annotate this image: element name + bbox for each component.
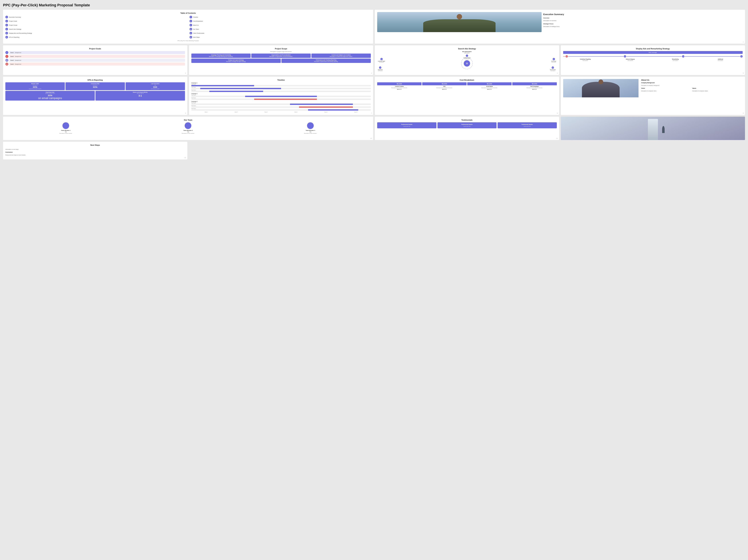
about-vision: Vision Description of company's vision. xyxy=(641,88,692,92)
goal-item-1: 1 Goal 1 Sample text xyxy=(5,51,185,54)
toc-item-10: 10 Our Team xyxy=(189,27,371,31)
diagram-center: ⚙ xyxy=(464,60,470,67)
team-role-2: Title xyxy=(127,131,249,132)
testimonials-grid: Testimonial Header Testimonial Text Test… xyxy=(377,122,557,128)
testimonials-title: Testimonials xyxy=(377,119,557,121)
toc-item-12: 12 Next Steps xyxy=(189,35,371,39)
goal-badge-2: 2 xyxy=(5,55,8,58)
diagram-text-ad: 4KeywordsDescription xyxy=(378,67,383,71)
gear-icon: ⚙ xyxy=(466,62,468,65)
toc-item-7: 7 Timeline xyxy=(189,16,371,19)
goal-bar-4: Goal 4 Sample text xyxy=(9,63,185,66)
slide-our-team: Our Team Team Member 1 Title Description… xyxy=(3,117,373,140)
conclusion-text: Recap and next steps to move forward. xyxy=(5,154,26,155)
bid-opt-desc: Description xyxy=(377,52,557,53)
cost-grid: $X,XXX Content Creation Description and … xyxy=(377,82,557,90)
scope-title: Project Scope xyxy=(191,48,371,50)
slide-number-cost: 8 xyxy=(557,113,558,114)
next-conclusion: Conclusion Recap and next steps to move … xyxy=(5,151,185,156)
slide-number-kpis: 6 xyxy=(185,113,186,114)
slide-number-testimonials: 11 xyxy=(556,138,558,139)
goals-title: Project Goals xyxy=(5,48,185,50)
exec-title: Executive Summary xyxy=(543,13,743,16)
toc-num-11: 11 xyxy=(189,32,192,34)
week-5: Week 5 xyxy=(311,112,341,113)
toc-num-8: 8 xyxy=(189,20,192,22)
display-steps: Contextual Targeting Description Interes… xyxy=(563,58,743,61)
next-content: Information on next steps. Conclusion Re… xyxy=(5,147,185,156)
scope-card-2: Segmentation and Personalization Descrip… xyxy=(251,53,311,58)
next-title: Next Steps xyxy=(5,144,185,146)
week-3: Week 3 xyxy=(251,112,281,113)
toc-num-4: 4 xyxy=(5,28,8,30)
toc-item-3: 3 Project Scope xyxy=(5,23,187,27)
cost-title: Cost Breakdown xyxy=(377,79,557,81)
team-avatar-1 xyxy=(63,122,69,129)
timeline-track-3c xyxy=(191,109,371,111)
diagram-landing: 2Ad GroupDescription xyxy=(552,58,556,63)
toc-item-2: 2 Project Goals xyxy=(5,19,187,23)
goal-item-4: 4 Goal 4 Sample text xyxy=(5,63,185,66)
kpis-title: KPIs & Reporting xyxy=(5,79,185,81)
slide-number-search: 4 xyxy=(557,72,558,74)
timeline-campaign-2: Campaign 2 Task Name Task Name xyxy=(191,93,371,100)
about-layout: About Us Company Background Description … xyxy=(563,79,743,97)
slide-display-ads: Display Ads and Remarketing Strategy Mai… xyxy=(561,45,745,75)
toc-label-12: Next Steps xyxy=(193,36,200,38)
display-step-4: Additional Description xyxy=(698,58,743,61)
toc-label-2: Project Goals xyxy=(9,20,17,22)
exec-content: Executive Summary Overview Description o… xyxy=(543,12,743,32)
about-photo xyxy=(563,79,638,97)
kpi-card-roas: Return on Ad Spend (ROAS) Aim for a rati… xyxy=(95,91,185,101)
team-member-1: Team Member 1 Title Description of team … xyxy=(5,122,126,134)
bid-opt-label: Bid Optimization xyxy=(377,51,557,52)
timeline-campaign-3: Campaign 3 Task Name Task Name Task Name xyxy=(191,101,371,111)
about-background: Company Background Description of compan… xyxy=(641,82,743,87)
about-bottom: Vision Description of company's vision. … xyxy=(641,88,743,93)
toc-num-10: 10 xyxy=(189,28,192,30)
team-name-3: Team Member 3 xyxy=(250,130,371,131)
kpis-bottom: Email Open Rate Achieve an open rate of … xyxy=(5,91,185,101)
person-head xyxy=(457,14,462,19)
slides-grid: Table of Contents 1 Executive Summary 7 … xyxy=(3,10,745,160)
team-avatar-2 xyxy=(185,122,191,129)
toc-label-11: Client Testimonials xyxy=(193,32,204,34)
timeline-track-1b xyxy=(191,88,371,89)
scope-card-1: Campaign Planning and Scheduling Descrip… xyxy=(191,53,251,58)
week-6: Week 6 xyxy=(341,112,371,113)
exec-layout: Executive Summary Overview Description o… xyxy=(377,12,743,32)
next-photo-bg xyxy=(561,117,745,140)
slide-testimonials: Testimonials Testimonial Header Testimon… xyxy=(375,117,559,140)
toc-grid: 1 Executive Summary 7 Timeline 2 Project… xyxy=(5,16,371,39)
toc-num-6: 6 xyxy=(5,36,8,39)
slide-number-team: 10 xyxy=(370,138,372,139)
slide-number-next: 12 xyxy=(185,157,186,159)
display-step-1: Contextual Targeting Description xyxy=(563,58,608,61)
goal-badge-3: 3 xyxy=(5,59,8,62)
timeline-content: Campaign 1 Task Name Task Name Task Name… xyxy=(191,82,371,111)
toc-item-5: 5 Display Ads and Remarketing Strategy xyxy=(5,31,187,35)
scope-desc: Description of project scope and service… xyxy=(191,51,371,52)
week-1: Week 1 xyxy=(191,112,221,113)
cost-card-2: $X,XXX SEO Description and breakdown of … xyxy=(422,82,467,90)
next-info-text: Information on next steps. xyxy=(5,149,19,150)
goals-list: 1 Goal 1 Sample text 2 Goal 2 Sample tex… xyxy=(5,51,185,66)
testimonial-3: Testimonial Header Testimonial Text xyxy=(497,122,557,128)
toc-item-9: 9 About Us xyxy=(189,23,371,27)
timeline-track-3a xyxy=(191,103,371,105)
slide-timeline: Timeline Campaign 1 Task Name Task Name … xyxy=(189,77,373,115)
timeline-track-3b xyxy=(191,106,371,108)
toc-num-1: 1 xyxy=(5,16,8,18)
slide-about: About Us Company Background Description … xyxy=(561,77,745,115)
timeline-campaign-1: Campaign 1 Task Name Task Name Task Name xyxy=(191,82,371,92)
kpi-card-email: Email Open Rate Achieve an open rate of … xyxy=(5,91,95,101)
person-image xyxy=(377,12,542,32)
toc-num-9: 9 xyxy=(189,24,192,26)
kpi-card-lead: Lead Generation Gain XXX new leads per m… xyxy=(125,82,185,90)
diagram-ad-group: 3Text Ad DevDescription xyxy=(550,67,556,71)
strategic-text: Description of strategic focus. xyxy=(543,26,560,27)
week-2: Week 2 xyxy=(221,112,251,113)
conclusion-label: Conclusion xyxy=(5,151,185,153)
team-desc-2: Description of team member. xyxy=(127,133,249,134)
testimonial-1: Testimonial Header Testimonial Text xyxy=(377,122,437,128)
